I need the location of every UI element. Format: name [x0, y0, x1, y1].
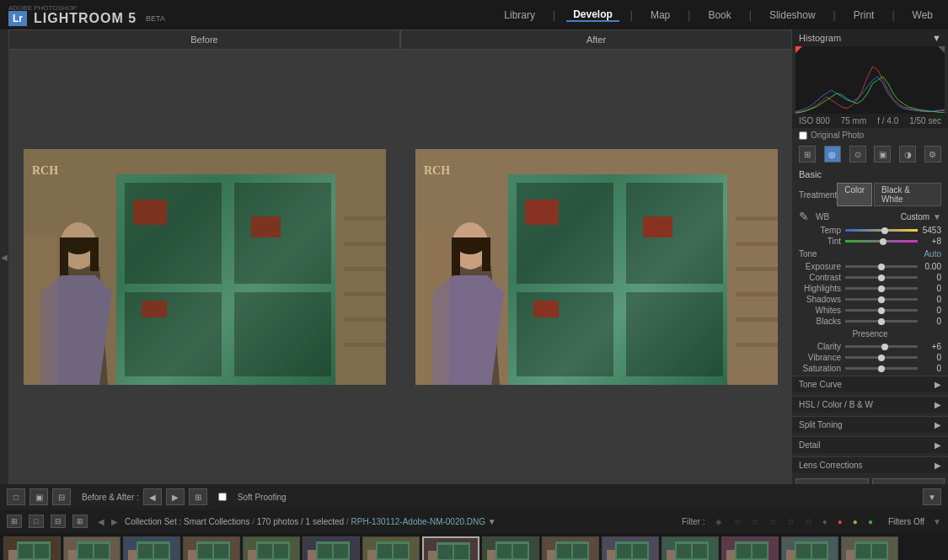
treatment-row: Treatment Color Black & White: [795, 181, 945, 208]
histogram-canvas: [795, 46, 945, 114]
film-thumb-2[interactable]: ★★★★★: [63, 536, 121, 561]
after-tab[interactable]: After: [400, 29, 792, 50]
film-thumb-7[interactable]: ★★★★★: [362, 536, 420, 561]
highlights-slider[interactable]: [845, 287, 918, 290]
shadows-slider[interactable]: [845, 298, 918, 301]
tool-brush[interactable]: ◑: [899, 146, 916, 163]
grid-view-btn[interactable]: ⊞: [7, 515, 22, 528]
film-thumb-8[interactable]: [422, 536, 479, 561]
highlights-value: 0: [918, 284, 941, 293]
tools-row: ⊞ ◎ ⊙ ▣ ◑ ⚙: [792, 142, 948, 166]
lens-corrections-panel: Lens Corrections ▶: [792, 456, 948, 473]
before-tab[interactable]: Before: [8, 29, 400, 50]
whites-slider[interactable]: [845, 309, 918, 312]
nav-book[interactable]: Book: [701, 9, 737, 21]
loupe-view-btn[interactable]: □: [29, 515, 44, 528]
nav-develop[interactable]: Develop: [566, 8, 619, 22]
exposure-label: Exposure: [799, 262, 845, 271]
wb-value[interactable]: Custom: [901, 212, 929, 221]
film-thumb-3[interactable]: ★★★★★: [123, 536, 180, 561]
film-thumb-6[interactable]: ★★★★★: [303, 536, 360, 561]
film-thumb-13[interactable]: ★★★★★: [721, 536, 779, 561]
tint-row: Tint +8: [795, 236, 945, 247]
histogram-collapse[interactable]: ▼: [932, 33, 941, 43]
left-panel-toggle[interactable]: ◀: [1, 253, 8, 262]
bw-btn[interactable]: Black & White: [874, 183, 941, 206]
filter-off[interactable]: Filters Off: [888, 517, 924, 526]
arrow-left-btn[interactable]: ◀: [143, 488, 162, 505]
reset-button[interactable]: Reset: [872, 478, 945, 484]
photo-count: 170 photos / 1 selected: [257, 517, 344, 526]
vibrance-row: Vibrance 0: [795, 352, 945, 363]
hsl-header[interactable]: HSL / Color / B & W ▶: [792, 397, 948, 413]
left-panel[interactable]: ◀: [0, 29, 8, 484]
nav-library[interactable]: Library: [497, 9, 542, 21]
soft-proofing-checkbox[interactable]: [218, 493, 227, 501]
vibrance-slider[interactable]: [845, 356, 918, 359]
contrast-slider[interactable]: [845, 276, 918, 279]
lens-corrections-header[interactable]: Lens Corrections ▶: [792, 457, 948, 473]
nav-web[interactable]: Web: [906, 9, 940, 21]
film-thumb-10[interactable]: ★★★★★: [542, 536, 599, 561]
temp-slider[interactable]: [845, 229, 918, 232]
survey-view-btn[interactable]: ⊞: [72, 515, 88, 528]
tool-crop[interactable]: ⊞: [799, 146, 816, 163]
copy-btn[interactable]: ⊞: [189, 488, 207, 505]
nav-map[interactable]: Map: [644, 9, 677, 21]
tool-redeye[interactable]: ⊙: [849, 146, 866, 163]
hsl-arrow: ▶: [935, 400, 941, 409]
nav-menu: Library | Develop | Map | Book | Slidesh…: [497, 8, 940, 22]
blacks-label: Blacks: [799, 317, 845, 326]
film-thumb-5[interactable]: ★★★★★: [243, 536, 300, 561]
tone-curve-header[interactable]: Tone Curve ▶: [792, 376, 948, 392]
original-photo-label: Original Photo: [811, 131, 864, 140]
aperture-value: f / 4.0: [877, 116, 898, 125]
eyedropper-icon[interactable]: ✎: [799, 210, 812, 223]
collection-label: Collection Set : Smart Collections: [125, 517, 249, 526]
arrow-right-btn[interactable]: ▶: [166, 488, 185, 505]
color-btn[interactable]: Color: [837, 183, 872, 206]
clarity-row: Clarity +6: [795, 341, 945, 352]
exposure-value: 0.00: [918, 262, 941, 271]
zoom-out-btn[interactable]: ▼: [923, 488, 941, 505]
exposure-slider[interactable]: [845, 265, 918, 268]
before-after-btn[interactable]: ▣: [29, 488, 48, 505]
wb-arrow[interactable]: ▼: [933, 212, 941, 221]
nav-sep1: |: [546, 9, 562, 21]
tone-curve-arrow: ▶: [935, 380, 941, 389]
exif-info: ISO 800 75 mm f / 4.0 1/50 sec: [792, 114, 948, 128]
blacks-slider[interactable]: [845, 320, 918, 323]
detail-header[interactable]: Detail ▶: [792, 437, 948, 453]
film-thumb-14[interactable]: ★★★★★: [781, 536, 838, 561]
compare-view-btn[interactable]: ⊟: [51, 515, 66, 528]
film-thumb-9[interactable]: ★★★★★: [482, 536, 539, 561]
film-thumb-11[interactable]: ★★★★★: [602, 536, 659, 561]
clarity-slider[interactable]: [845, 345, 918, 348]
film-thumb-1[interactable]: ★★★★★: [3, 536, 61, 561]
tool-gradient[interactable]: ▣: [874, 146, 891, 163]
film-thumb-4[interactable]: ★★★★★: [183, 536, 240, 561]
tint-slider[interactable]: [845, 240, 918, 243]
saturation-value: 0: [918, 364, 941, 373]
film-strip: ★★★★★★★★★★★★★★★★★★★★★★★★★★★★★★★★★★★★★★★★…: [0, 533, 948, 560]
previous-button[interactable]: Previous: [795, 478, 869, 484]
shutter-value: 1/50 sec: [909, 116, 941, 125]
single-view-btn[interactable]: □: [7, 488, 25, 505]
tool-spot[interactable]: ◎: [824, 146, 841, 163]
original-photo-checkbox[interactable]: [799, 131, 807, 140]
after-image-panel: [400, 50, 792, 484]
auto-btn[interactable]: Auto: [924, 249, 941, 259]
vibrance-value: 0: [918, 353, 941, 362]
temp-label: Temp: [799, 226, 845, 235]
film-thumb-12[interactable]: ★★★★★: [661, 536, 719, 561]
before-after-vert-btn[interactable]: ⊟: [52, 488, 71, 505]
nav-print[interactable]: Print: [847, 9, 881, 21]
tool-settings[interactable]: ⚙: [924, 146, 941, 163]
saturation-slider[interactable]: [845, 367, 918, 370]
contrast-row: Contrast 0: [795, 272, 945, 283]
histogram-area: [795, 46, 945, 114]
split-toning-label: Split Toning: [799, 420, 843, 429]
film-thumb-15[interactable]: ★★★★★: [841, 536, 898, 561]
split-toning-header[interactable]: Split Toning ▶: [792, 417, 948, 433]
nav-slideshow[interactable]: Slideshow: [763, 9, 822, 21]
